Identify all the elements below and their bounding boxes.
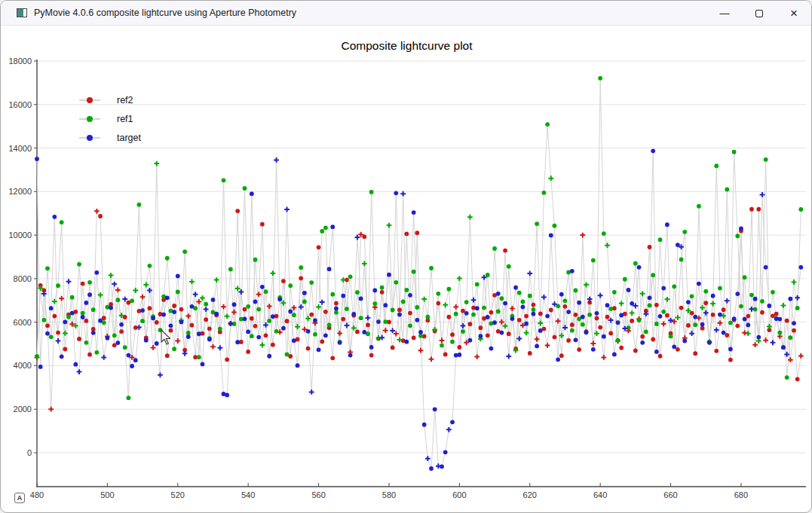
svg-text:640: 640 — [593, 490, 607, 499]
gridlines — [37, 61, 806, 453]
legend-label: target — [117, 133, 141, 143]
svg-text:540: 540 — [241, 490, 255, 499]
svg-text:660: 660 — [663, 490, 677, 499]
minimize-button[interactable]: — — [707, 1, 742, 26]
legend-item: target — [79, 128, 141, 147]
svg-text:580: 580 — [382, 490, 396, 499]
svg-text:18000: 18000 — [8, 56, 32, 66]
svg-text:10000: 10000 — [8, 231, 32, 240]
svg-text:500: 500 — [100, 490, 114, 499]
svg-text:12000: 12000 — [8, 187, 32, 196]
svg-text:620: 620 — [523, 490, 537, 499]
maximize-icon — [755, 10, 763, 17]
svg-text:520: 520 — [171, 490, 185, 499]
plot-title: Composite lightcurve plot — [1, 39, 812, 53]
legend-marker-target — [79, 137, 100, 139]
svg-text:16000: 16000 — [8, 100, 32, 109]
lightcurve-plot-canvas[interactable]: 0200040006000800010000120001400016000180… — [1, 1, 812, 513]
svg-text:8000: 8000 — [14, 274, 32, 283]
auto-range-button[interactable]: A — [14, 493, 25, 503]
svg-text:480: 480 — [30, 490, 44, 499]
svg-text:4000: 4000 — [14, 361, 32, 370]
legend-label: ref2 — [117, 95, 133, 105]
svg-text:14000: 14000 — [8, 144, 32, 153]
svg-text:600: 600 — [452, 490, 466, 499]
maximize-button[interactable] — [742, 1, 777, 26]
close-button[interactable]: × — [777, 1, 811, 26]
app-icon — [17, 8, 27, 17]
svg-text:680: 680 — [734, 490, 748, 499]
legend-label: ref1 — [117, 114, 133, 124]
svg-text:6000: 6000 — [14, 318, 32, 327]
series-markers-ref1 — [35, 76, 803, 400]
svg-text:560: 560 — [311, 490, 325, 499]
svg-text:2000: 2000 — [14, 405, 32, 414]
plot-legend[interactable]: ref2 ref1 target — [79, 90, 141, 147]
legend-marker-ref2 — [79, 99, 100, 101]
window-title: PyMovie 4.0.6 composite lightcurve using… — [34, 8, 296, 18]
legend-item: ref1 — [79, 109, 141, 128]
window-titlebar: PyMovie 4.0.6 composite lightcurve using… — [1, 1, 811, 26]
svg-text:0: 0 — [27, 448, 32, 457]
app-window: PyMovie 4.0.6 composite lightcurve using… — [0, 0, 812, 513]
legend-item: ref2 — [79, 90, 141, 109]
legend-marker-ref1 — [79, 118, 100, 120]
series-line-target — [37, 151, 801, 469]
mouse-cursor — [161, 329, 173, 346]
